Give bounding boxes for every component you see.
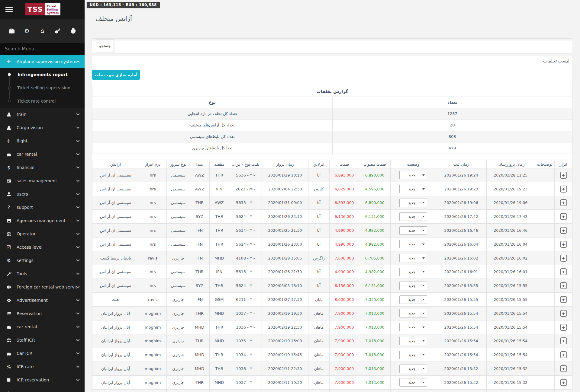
agency-cell: سیستمی ان آر اس — [92, 196, 139, 210]
violation-row: آیان پرواز ایرانیانmoghimچارتریMHDTHR103… — [92, 362, 572, 376]
hamburger-menu-icon[interactable] — [5, 6, 13, 13]
plane-icon: ✈ — [6, 59, 11, 64]
column-header-item: نرم افزار — [139, 160, 167, 168]
expand-details-button[interactable]: + — [560, 199, 567, 206]
sidebar-item-car-rental[interactable]: car rental — [0, 148, 85, 161]
caret-down-icon — [422, 354, 425, 355]
server-type-cell: چارتری — [167, 362, 190, 376]
sidebar-item-car-icr[interactable]: Car ICR — [0, 347, 85, 360]
sidebar-item-cargo-vision[interactable]: Cargo vision — [0, 121, 85, 134]
registered-time-cell: 2020/01/26 19:23 — [436, 182, 486, 196]
price-cell: 7,900,000 — [329, 334, 359, 348]
status-select[interactable]: جدید — [399, 295, 427, 304]
sidebar-item-access-level[interactable]: ☑Access level — [0, 241, 85, 254]
page-title: آژانس متخلف — [95, 15, 132, 22]
sidebar-item-settings[interactable]: ⚙settings — [0, 254, 85, 267]
sidebar-item-car-rental[interactable]: car rental — [0, 320, 85, 333]
key-icon[interactable] — [54, 27, 61, 34]
sidebar-subitem-ticket-selling-supervision[interactable]: Ticket selling supervision — [0, 81, 85, 94]
status-select[interactable]: جدید — [399, 323, 427, 331]
prepare-print-button[interactable]: آماده سازی جهت چاپ — [92, 70, 140, 80]
status-select[interactable]: جدید — [399, 185, 427, 193]
sidebar-item-label: users — [17, 192, 28, 196]
ticket-cell: 5635 - Y - — [229, 196, 262, 210]
home-icon[interactable]: ⌂ — [39, 27, 46, 34]
status-select[interactable]: جدید — [399, 365, 427, 373]
destination-cell: MHD — [209, 251, 229, 265]
status-cell: جدید — [390, 293, 436, 307]
ticket-cell: 1034 - Y - — [229, 348, 262, 362]
sidebar-item-icr-reservation[interactable]: ICR reservation — [0, 373, 85, 387]
expand-details-button[interactable]: + — [560, 310, 567, 317]
sidebar-item-sales-management[interactable]: sales management — [0, 174, 85, 187]
status-select-value: جدید — [402, 228, 422, 233]
expand-details-button[interactable]: + — [560, 241, 567, 248]
expand-details-button[interactable]: + — [560, 186, 567, 193]
status-cell: جدید — [390, 334, 436, 348]
expand-details-button[interactable]: + — [560, 255, 567, 262]
expand-details-button[interactable]: + — [560, 351, 567, 358]
status-select[interactable]: جدید — [399, 254, 427, 262]
sidebar-item-advertisement[interactable]: Advertisement — [0, 294, 85, 307]
expand-details-button[interactable]: + — [560, 296, 567, 303]
sidebar-item-reservation[interactable]: Reservation — [0, 307, 85, 320]
empty-cell — [390, 389, 436, 392]
status-select[interactable]: جدید — [399, 337, 427, 345]
summary-type-cell: تعداد کل آژانس‌های متخلف — [92, 120, 333, 131]
sidebar-item-flight[interactable]: ✈flight — [0, 134, 85, 148]
sidebar-item-airplane-supervision-system[interactable]: ✈Airplane supervision system — [0, 55, 85, 68]
sidebar-item-foreign-car-rental-web-service[interactable]: Foreign car rental web service — [0, 280, 85, 294]
sidebar-item-support[interactable]: ?support — [0, 201, 85, 214]
expand-details-button[interactable]: + — [560, 213, 567, 220]
briefcase-icon[interactable] — [8, 27, 15, 34]
expand-details-button[interactable]: + — [560, 172, 567, 179]
expand-details-button[interactable]: + — [560, 227, 567, 234]
status-select[interactable]: جدید — [399, 309, 427, 317]
status-select[interactable]: جدید — [399, 378, 427, 387]
status-select[interactable]: جدید — [399, 282, 427, 290]
sidebar-item-agencies-management[interactable]: Agencies management — [0, 214, 85, 227]
status-select[interactable]: جدید — [399, 199, 427, 207]
eye-icon — [6, 298, 11, 303]
sidebar-item-icr-rate[interactable]: %ICR rate — [0, 360, 85, 373]
dollar-icon: $ — [6, 165, 11, 170]
status-select[interactable]: جدید — [399, 212, 427, 221]
expand-details-button[interactable]: + — [560, 379, 567, 386]
sidebar-item-label: flight — [17, 139, 27, 143]
menu-search-input[interactable] — [0, 46, 85, 52]
status-select[interactable]: جدید — [399, 268, 427, 276]
empty-cell — [190, 389, 209, 392]
software-cell: nrs — [139, 182, 167, 196]
agency-cell: آیان پرواز ایرانیان — [92, 320, 139, 334]
search-toggle-tab[interactable]: جستجو — [96, 39, 114, 52]
sidebar-item-operator[interactable]: Operator — [0, 227, 85, 241]
sidebar-item-label: car rental — [17, 152, 37, 157]
status-select[interactable]: جدید — [399, 171, 427, 179]
expand-details-button[interactable]: + — [560, 282, 567, 289]
notes-cell — [535, 279, 554, 293]
status-select-value: جدید — [402, 270, 422, 274]
user-icon — [6, 191, 11, 197]
tools-cell: + — [555, 279, 572, 293]
sidebar-subitem-ticket-rate-control[interactable]: Ticket rate control — [0, 94, 85, 108]
sidebar-item-users[interactable]: users — [0, 187, 85, 201]
sidebar-item-item[interactable]: ⚙ — [0, 387, 85, 392]
expand-details-button[interactable]: + — [560, 324, 567, 331]
expand-details-button[interactable]: + — [560, 365, 567, 372]
status-select[interactable]: جدید — [399, 351, 427, 359]
sidebar-item-tools[interactable]: Tools — [0, 267, 85, 280]
gear-icon[interactable]: ⚙ — [23, 27, 31, 34]
expand-details-button[interactable]: + — [560, 337, 567, 344]
tools-cell: + — [555, 293, 572, 307]
expand-details-button[interactable]: + — [560, 268, 567, 275]
approved-price-cell: 4,595,000 — [359, 182, 390, 196]
status-select[interactable]: جدید — [399, 226, 427, 235]
sidebar-item-train[interactable]: train — [0, 108, 85, 121]
spy-icon[interactable] — [69, 27, 77, 34]
sidebar-item-financial[interactable]: $financial — [0, 161, 85, 174]
sidebar-item-staff-icr[interactable]: Staff ICR — [0, 333, 85, 347]
logo-text: Ticket Selling System — [45, 3, 61, 15]
status-select[interactable]: جدید — [399, 240, 427, 248]
server-type-cell: سیستمی — [167, 210, 190, 224]
sidebar-subitem-infringements-report[interactable]: Infringements report — [0, 68, 85, 81]
